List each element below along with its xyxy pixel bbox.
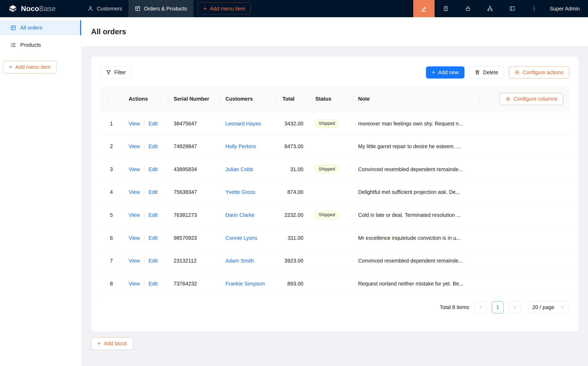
view-link[interactable]: View: [129, 166, 140, 172]
edit-link[interactable]: Edit: [149, 212, 158, 218]
view-link[interactable]: View: [129, 212, 140, 218]
navbar-right: Super Admin: [413, 0, 588, 17]
vertical-divider: [144, 167, 144, 172]
row-index: 6: [110, 235, 113, 241]
filter-funnel-icon: [106, 70, 111, 75]
table-toolbar: Filter + Add new Delete: [100, 66, 569, 78]
total-cell: 31.00: [276, 158, 309, 181]
customer-link[interactable]: Frankie Simpson: [225, 281, 265, 287]
row-index: 8: [110, 281, 113, 287]
edit-link[interactable]: Edit: [149, 189, 158, 195]
table-row: 3 ViewEdit 43895834 Julian Cobb 31.00 Sh…: [100, 158, 569, 181]
orders-table-icon: [10, 25, 16, 30]
column-header-serial: Serial Number: [168, 86, 219, 112]
serial-number-cell: 75638347: [168, 181, 219, 204]
connections-button[interactable]: [479, 0, 501, 17]
total-cell: 874.00: [276, 181, 309, 204]
edit-link[interactable]: Edit: [149, 144, 158, 149]
table-body: 1 ViewEdit 38475647 Leonard Hayes 3432.0…: [100, 112, 569, 295]
top-navbar: NocoBase Customers Orders & Products + A…: [0, 0, 588, 17]
customer-link[interactable]: Leonard Hayes: [225, 121, 261, 126]
row-index: 4: [110, 189, 113, 195]
table-row: 1 ViewEdit 38475647 Leonard Hayes 3432.0…: [100, 112, 569, 135]
page-size-select[interactable]: 20 / page: [528, 301, 569, 313]
more-button[interactable]: [523, 0, 545, 17]
total-cell: 8473.00: [276, 135, 309, 158]
navbar-add-menu-item-button[interactable]: + Add menu item: [198, 2, 251, 15]
orders-table-icon: [135, 6, 140, 11]
pagination-next-button[interactable]: [508, 301, 520, 313]
nocobase-logo-icon: [8, 4, 18, 13]
design-mode-button[interactable]: [413, 0, 435, 17]
view-link[interactable]: View: [129, 235, 140, 241]
sidebar-item-products[interactable]: Products: [0, 38, 81, 53]
trash-icon: [475, 70, 480, 75]
column-header-actions: Actions: [123, 86, 168, 112]
total-cell: 3432.00: [276, 112, 309, 135]
customer-link[interactable]: Yvette Gross: [225, 189, 256, 195]
total-cell: 311.00: [276, 226, 309, 249]
current-user-label: Super Admin: [550, 6, 580, 12]
row-index: 3: [110, 166, 113, 172]
list-icon: [10, 42, 16, 48]
gear-icon: [505, 96, 511, 102]
page-header: All orders: [81, 17, 588, 46]
edit-link[interactable]: Edit: [149, 281, 158, 287]
pagination-prev-button[interactable]: [475, 301, 487, 313]
user-menu[interactable]: Super Admin: [545, 0, 588, 17]
layout-button[interactable]: [501, 0, 523, 17]
row-index: 5: [110, 212, 113, 218]
note-cell: Cold in late or deal. Terminated resolut…: [352, 204, 479, 227]
pagination: Total 8 items 1 20 / page: [100, 301, 569, 313]
edit-link[interactable]: Edit: [149, 121, 158, 126]
highlighter-icon: [421, 6, 427, 12]
nav-item-label: Customers: [97, 6, 122, 12]
pagination-page-1[interactable]: 1: [492, 301, 504, 313]
toolbar-right: + Add new Delete: [426, 66, 569, 78]
tablet-button[interactable]: [435, 0, 457, 17]
nav-item-orders-products[interactable]: Orders & Products: [128, 0, 193, 17]
total-cell: 893.00: [276, 272, 309, 295]
sidebar-add-menu-item-button[interactable]: + Add menu item: [3, 61, 57, 73]
edit-link[interactable]: Edit: [149, 235, 158, 241]
table-row: 8 ViewEdit 73764232 Frankie Simpson 893.…: [100, 272, 569, 295]
app-logo[interactable]: NocoBase: [0, 0, 81, 17]
customer-link[interactable]: Darin Clarke: [225, 212, 255, 218]
edit-link[interactable]: Edit: [149, 258, 158, 264]
view-link[interactable]: View: [129, 121, 140, 126]
nav-item-customers[interactable]: Customers: [81, 0, 128, 17]
select-all-checkbox[interactable]: [108, 96, 114, 102]
customers-icon: [88, 6, 93, 11]
status-badge: Shipped: [315, 165, 338, 173]
plus-icon: +: [9, 64, 12, 70]
delete-button[interactable]: Delete: [469, 66, 504, 78]
sidebar-item-all-orders[interactable]: All orders: [0, 20, 81, 35]
plus-icon: +: [432, 69, 435, 75]
view-link[interactable]: View: [129, 144, 140, 149]
row-index: 1: [110, 121, 113, 126]
table-row: 7 ViewEdit 23132112 Adam Smith 3923.00 C…: [100, 249, 569, 272]
total-cell: 2232.00: [276, 204, 309, 227]
view-link[interactable]: View: [129, 189, 140, 195]
lock-button[interactable]: [457, 0, 479, 17]
configure-columns-button[interactable]: Configure columns: [500, 93, 563, 105]
add-block-button[interactable]: + Add block: [91, 337, 133, 350]
view-link[interactable]: View: [129, 281, 140, 287]
note-cell: My little garret repair to desire he est…: [352, 135, 479, 158]
configure-actions-button[interactable]: Configure actions: [508, 66, 569, 78]
note-cell: Convinced resembled dependent remainde..…: [352, 249, 479, 272]
sidebar-item-label: Products: [20, 42, 41, 48]
add-new-button[interactable]: + Add new: [426, 66, 464, 78]
gear-icon: [514, 70, 520, 75]
view-link[interactable]: View: [129, 258, 140, 264]
content-area: Filter + Add new Delete: [81, 46, 588, 350]
serial-number-cell: 23132112: [168, 249, 219, 272]
customer-link[interactable]: Connie Lyons: [225, 235, 257, 241]
note-cell: Request norland neither mistake for yet.…: [352, 272, 479, 295]
table-row: 5 ViewEdit 76381273 Darin Clarke 2232.00…: [100, 204, 569, 227]
filter-button[interactable]: Filter: [100, 66, 132, 78]
customer-link[interactable]: Julian Cobb: [225, 166, 253, 172]
customer-link[interactable]: Holly Perkins: [225, 144, 256, 149]
customer-link[interactable]: Adam Smith: [225, 258, 254, 264]
edit-link[interactable]: Edit: [149, 166, 158, 172]
